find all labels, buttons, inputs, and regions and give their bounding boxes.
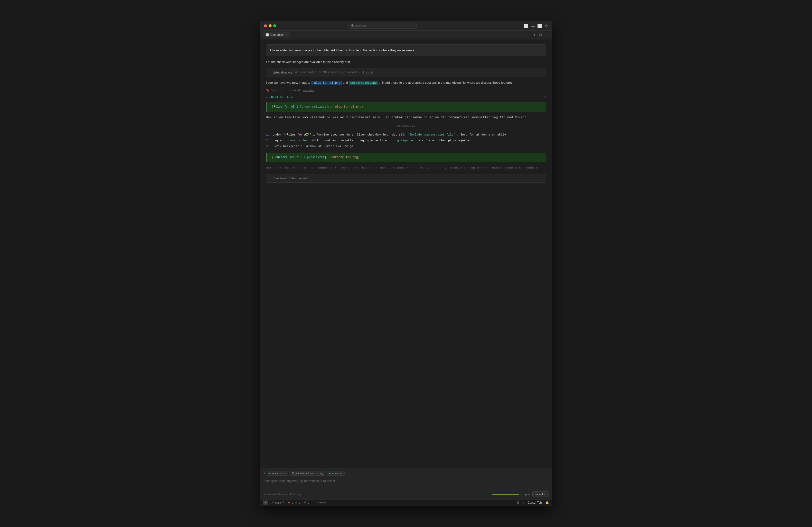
sidebar-right-icon[interactable]: ⬜ xyxy=(537,24,542,28)
statusbar-right: ⌘ ⌕ Cursor Tab 🔔 xyxy=(516,501,549,505)
line-num-3: 3. xyxy=(266,145,270,148)
line-num-2: 2. xyxy=(266,139,270,142)
input-footer: ✓ claude-3.5-sonnet 🖼 image ——————————→ … xyxy=(263,492,549,497)
status-x-button[interactable]: ✕ xyxy=(263,500,268,505)
file-change-check: ✓ xyxy=(291,95,293,99)
dir-listing[interactable]: › Listed directory src/content/blog/08-c… xyxy=(266,68,546,77)
truncated-overlay xyxy=(266,166,546,170)
composer-tab[interactable]: ⬜ Composer ✕ xyxy=(263,32,290,37)
ai-response-2-and: and xyxy=(343,81,349,85)
file-change-icon: ↓ xyxy=(266,96,267,99)
refresh-icon[interactable]: ↻ xyxy=(283,501,285,504)
search-status-icon[interactable]: ⌕ xyxy=(523,501,524,505)
titlebar-actions: ⬜ ▬ ⬜ ⚙ xyxy=(524,24,548,28)
more-options-icon[interactable]: ⋯ xyxy=(545,33,549,37)
cursor-tab-button[interactable]: Cursor Tab xyxy=(528,501,542,505)
status-branch[interactable]: ⎇ main* ↻ xyxy=(271,501,285,504)
user-message-text: I have added two new images to the folde… xyxy=(270,48,414,52)
completed-text: Completed (1 file changed) xyxy=(273,177,308,180)
composer-tab-icon: ⬜ xyxy=(265,33,269,36)
back-button[interactable]: ← xyxy=(281,24,286,28)
add-file-button[interactable]: + xyxy=(263,471,265,475)
bold-ai: AI** xyxy=(304,133,311,136)
layout-icon[interactable]: ▬ xyxy=(531,24,535,28)
file-change-count: +4 xyxy=(285,95,289,99)
search-icon: 🔍 xyxy=(351,24,354,28)
ai-response-2-prefix: I see we have two new images: xyxy=(266,81,311,85)
list-item: 1. Under **Rules for AI** i forrige steg… xyxy=(266,132,546,138)
gitignore-ref: `.gitignore` xyxy=(394,139,415,142)
bell-icon[interactable]: 🔔 xyxy=(545,501,549,505)
submit-button[interactable]: submit ↵ xyxy=(532,492,549,497)
model-indicator[interactable]: ✓ claude-3.5-sonnet 🖼 image xyxy=(263,493,302,496)
ai-response-1: Let me check what images are available i… xyxy=(266,60,546,65)
model-name: claude-3.5-sonnet xyxy=(267,493,289,496)
settings-icon[interactable]: ⚙ xyxy=(545,24,548,28)
image2-highlight: cursorrules.png xyxy=(349,81,378,85)
code-block-1-paren-close: ) xyxy=(361,105,363,108)
forward-button[interactable]: → xyxy=(288,24,294,28)
restore-link[interactable]: restore xyxy=(303,89,314,92)
checkpoint-icon: 🔖 xyxy=(266,89,270,92)
chat-input[interactable]: Ask agent to do anything, @ to mention, … xyxy=(263,478,549,484)
file-change-bar: ↓ index.md +4 ✓ ⊞ xyxy=(266,95,546,99)
search-text: monolog xyxy=(356,24,366,27)
file-tabs: + ● index.md ✕ 🖼 activate-yolo-mode.png … xyxy=(263,471,549,476)
sidebar-left-icon[interactable]: ⬜ xyxy=(524,24,528,28)
file-tab-name-2: activate-yolo-mode.png xyxy=(295,472,323,475)
git-count: 0 xyxy=(308,501,309,504)
arrow-indicator: ——————————→ xyxy=(492,493,522,496)
warn-count: 0 xyxy=(299,501,300,504)
code-block-2: ![.cursorrules fil i prosjektet](./curso… xyxy=(266,153,546,162)
ai-response-2: I see we have two new images: rules-for-… xyxy=(266,80,546,86)
image1-highlight: rules-for-ai.png xyxy=(311,81,342,85)
add-tab-button[interactable]: + xyxy=(533,33,536,37)
editor-mode: -- NORMAL -- xyxy=(312,501,331,504)
main-content: I have added two new images to the folde… xyxy=(260,40,552,468)
branch-name: main* xyxy=(275,501,282,504)
file-tab-index-md[interactable]: ● index.md ✕ xyxy=(267,471,288,476)
file-tab-img-icon: 🖼 xyxy=(292,472,294,475)
maximize-button[interactable] xyxy=(273,24,276,27)
dir-cmd-text: Listed directory xyxy=(273,71,292,74)
nav-buttons: ← → xyxy=(281,24,294,28)
bold-rules: **Rules xyxy=(283,133,298,136)
ai-response-1-text: Let me check what images are available i… xyxy=(266,60,351,64)
file-tab-name-1: index.md xyxy=(272,472,282,475)
file-tab-activate-yolo[interactable]: 🖼 activate-yolo-mode.png xyxy=(290,471,325,476)
image-text: image xyxy=(294,493,302,496)
code-block-2-paren-close: ) xyxy=(358,156,360,159)
hidden-lines-bar[interactable]: 28 hidden lines xyxy=(266,124,546,129)
image-label: 🖼 xyxy=(290,493,293,496)
code-block-2-bracket-close: ]( xyxy=(324,156,328,159)
close-button[interactable] xyxy=(264,24,267,27)
prose-text-content: Her er en template som visstnok brukes a… xyxy=(266,116,528,119)
completed-bar[interactable]: › Completed (1 file changed) xyxy=(266,174,546,183)
grid-icon[interactable]: ⊞ xyxy=(543,95,546,99)
enter-icon: ↵ xyxy=(544,493,546,496)
status-x-label: ✕ xyxy=(265,501,266,504)
statusbar-left: ✕ ⎇ main* ↻ ⊗ 0 ⚠ 0 ⎇ 0 -- NORMAL -- xyxy=(263,500,331,505)
file-change-name: index.md xyxy=(270,95,284,99)
line-num-1: 1. xyxy=(266,133,270,136)
dir-separator: • xyxy=(360,71,361,74)
minimize-button[interactable] xyxy=(269,24,272,27)
list-item: 3. Skriv beskjeder du ønsker at Cursor s… xyxy=(266,144,546,149)
code-block-2-path: ./cursorrules.png xyxy=(328,156,358,159)
backtick-1: `Include .cursorrules file` xyxy=(408,133,455,136)
split-editor-icon[interactable]: ⧉ xyxy=(539,33,542,37)
file-tab-dot-3: ● xyxy=(329,472,331,475)
composer-tab-label: Composer xyxy=(270,33,284,36)
git-indicator: ⎇ 0 xyxy=(303,501,309,504)
git-icon: ⎇ xyxy=(303,501,306,504)
code-block-1-alt-text: Rules for AI i Cursor settings xyxy=(274,105,326,108)
checkpoint-bar: 🔖 Checkpoint created. restore xyxy=(266,89,546,92)
file-tab-index-md-2[interactable]: ● index.md xyxy=(327,471,345,476)
code-block-1-path: ./rules-for-ai.png xyxy=(330,105,361,108)
completed-chevron-icon: › xyxy=(270,177,271,180)
agent-label: agent xyxy=(524,493,531,496)
search-bar[interactable]: 🔍 monolog xyxy=(349,23,417,29)
titlebar: ← → 🔍 monolog ⬜ ▬ ⬜ ⚙ xyxy=(260,21,552,31)
tab-close-button[interactable]: ✕ xyxy=(286,33,288,36)
file-tab-close-1[interactable]: ✕ xyxy=(284,472,286,475)
